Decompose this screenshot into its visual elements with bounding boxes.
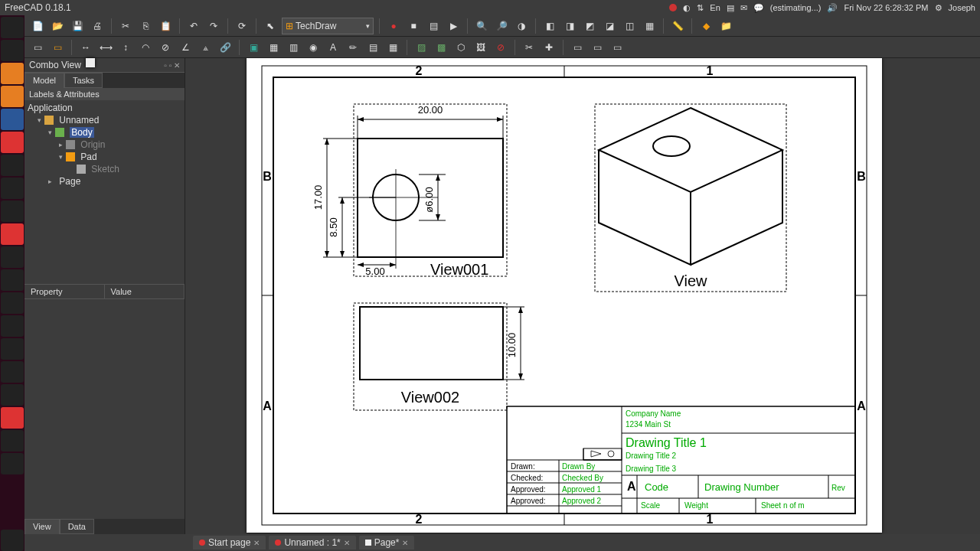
sketch-node[interactable]: Sketch [91,164,119,174]
view-bottom-icon[interactable]: ▦ [641,18,658,34]
td-projgroup-icon[interactable]: ▦ [265,39,282,56]
tb-title3[interactable]: Drawing Title 3 [626,465,677,473]
td-export-svg-icon[interactable]: ▭ [569,39,586,56]
mail-icon[interactable]: ✉ [740,3,747,13]
launcher-app-icon[interactable] [1,453,24,474]
td-clip-icon[interactable]: ✂ [521,39,537,56]
open-icon[interactable]: 📂 [49,18,66,34]
launcher-app-icon[interactable] [1,384,24,406]
launcher-app-icon[interactable] [1,86,24,107]
page-node[interactable]: Page [59,176,80,187]
expand-icon[interactable]: ▾ [57,153,64,161]
view-front-icon[interactable]: ◨ [561,18,578,34]
macro-run-icon[interactable]: ▶ [445,18,462,34]
tb-appr1-v[interactable]: Approved 1 [562,485,602,494]
launcher-app-icon[interactable] [1,361,24,383]
td-dim-angle-icon[interactable]: ∠ [177,39,194,56]
launcher-app-icon[interactable] [1,246,24,268]
td-clipplus-icon[interactable]: ✚ [541,39,557,56]
dim-width[interactable]: 20.00 [418,104,443,116]
dim-depth[interactable]: 10.00 [506,333,518,358]
tray-icon[interactable]: ◐ [683,3,691,13]
td-view-icon[interactable]: ▣ [245,39,262,56]
part-icon[interactable]: ◆ [697,18,714,34]
macro-list-icon[interactable]: ▤ [425,18,442,34]
doc-tab-page[interactable]: Page*✕ [359,536,415,549]
td-geomhatch-icon[interactable]: ▩ [433,39,449,56]
pad-node[interactable]: Pad [80,152,96,162]
view002-label[interactable]: View002 [401,389,459,406]
user-name[interactable]: Joseph [949,3,975,12]
save-icon[interactable]: 💾 [69,18,86,34]
model-tree[interactable]: Application ▾ Unnamed ▾ Body ▸ Origin ▾ … [24,100,185,284]
td-detail-icon[interactable]: ◉ [305,39,322,56]
td-draft-icon[interactable]: ✏ [345,39,361,56]
draw-style-icon[interactable]: ◑ [513,18,530,34]
tb-title1[interactable]: Drawing Title 1 [626,436,707,449]
doc-tab-start[interactable]: Start page✕ [193,536,266,549]
network-icon[interactable]: ▤ [727,3,734,13]
launcher-app-icon[interactable] [1,269,24,291]
view-iso-label[interactable]: View [675,272,708,289]
launcher-app-icon[interactable] [1,132,24,153]
tb-checked-v[interactable]: Checked By [562,474,603,482]
tb-weight[interactable]: Weight [684,501,708,510]
td-export-dxf-icon[interactable]: ▭ [589,39,606,56]
tb-company[interactable]: Company Name [626,409,681,418]
launcher-app-icon[interactable] [1,430,24,452]
new-icon[interactable]: 📄 [29,18,46,34]
view-right-icon[interactable]: ◪ [601,18,618,34]
td-hatch-icon[interactable]: ▨ [413,39,430,56]
launcher-app-icon[interactable] [1,201,24,222]
tb-title2[interactable]: Drawing Title 2 [626,452,677,460]
copy-icon[interactable]: ⎘ [137,18,154,34]
view-top-icon[interactable]: ◩ [581,18,598,34]
cut-icon[interactable]: ✂ [117,18,134,34]
workbench-selector[interactable]: ⊞ TechDraw [282,18,374,34]
tasks-tab[interactable]: Tasks [64,73,103,88]
expand-icon[interactable]: ▸ [46,178,54,185]
cursor-icon[interactable]: ⬉ [262,18,279,34]
tb-addr[interactable]: 1234 Main St [626,420,671,429]
dim-half[interactable]: 8.50 [328,217,339,236]
zoom-icon[interactable]: 🔎 [493,18,510,34]
td-arch-icon[interactable]: ▤ [364,39,381,56]
td-annotation-icon[interactable]: A [325,39,341,56]
td-dim-vert-icon[interactable]: ↕ [117,39,134,56]
launcher-app-icon[interactable] [1,338,24,360]
origin-node[interactable]: Origin [80,139,105,150]
view-iso-icon[interactable]: ◧ [541,18,558,34]
td-dim-angle3-icon[interactable]: ⟁ [197,39,214,56]
close-icon[interactable]: ✕ [253,539,260,547]
launcher-app-icon[interactable] [1,315,24,337]
panel-buttons[interactable]: ▫ ▫ ✕ [164,61,180,70]
view001-label[interactable]: View001 [430,261,488,278]
td-page-icon[interactable]: ▭ [29,39,46,56]
data-tab[interactable]: Data [60,519,94,534]
td-symbol-icon[interactable]: ⬡ [452,39,469,56]
td-link-dim-icon[interactable]: 🔗 [217,39,234,56]
launcher-trash-icon[interactable] [1,530,24,551]
close-icon[interactable]: ✕ [344,539,350,547]
dim-holex[interactable]: 5.00 [365,266,384,277]
expand-icon[interactable]: ▾ [46,129,54,136]
clock[interactable]: Fri Nov 22 6:28:32 PM [844,3,928,12]
expand-icon[interactable]: ▾ [35,116,43,124]
launcher-app-icon[interactable] [1,407,24,429]
view-tab[interactable]: View [24,519,60,534]
launcher-files-icon[interactable] [1,40,24,61]
td-page-template-icon[interactable]: ▭ [49,39,66,56]
paste-icon[interactable]: 📋 [157,18,174,34]
zoom-fit-icon[interactable]: 🔍 [473,18,490,34]
expand-icon[interactable]: ▸ [57,141,64,148]
view-rear-icon[interactable]: ◫ [621,18,638,34]
launcher-app-icon[interactable] [1,223,24,245]
tb-rev[interactable]: Rev [831,484,845,492]
tray-icon[interactable]: ⇅ [697,3,704,13]
body-node[interactable]: Body [70,127,93,138]
doc-tab-unnamed[interactable]: Unnamed : 1*✕ [269,536,355,549]
macro-stop-icon[interactable]: ■ [405,18,422,34]
dim-height[interactable]: 17.00 [312,185,324,210]
tb-scale[interactable]: Scale [641,501,660,510]
launcher-app-icon[interactable] [1,63,24,84]
